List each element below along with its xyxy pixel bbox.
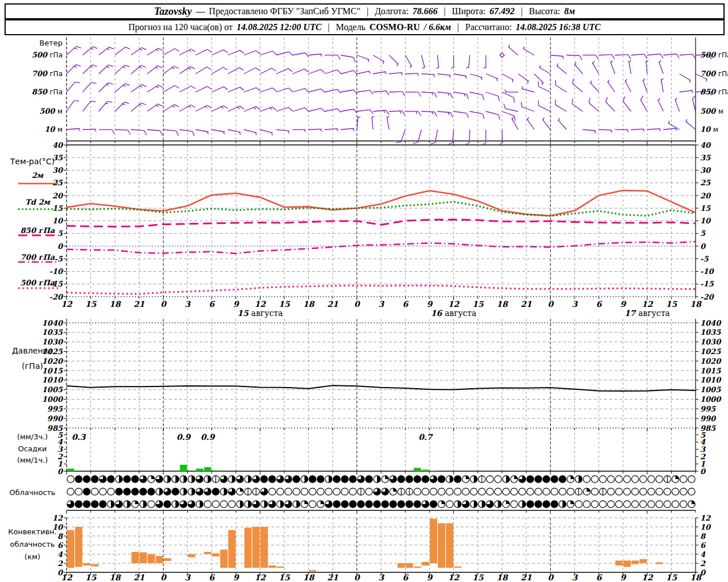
svg-text:15: 15: [666, 300, 678, 309]
svg-text:1035: 1035: [42, 328, 63, 336]
svg-text:0.9: 0.9: [201, 433, 216, 442]
svg-text:18: 18: [497, 300, 508, 309]
svg-text:0: 0: [354, 573, 361, 582]
svg-text:0: 0: [700, 467, 706, 476]
svg-text:10: 10: [52, 217, 64, 225]
precip-3h-label: (мм/3ч.): [3, 433, 61, 441]
svg-text:25: 25: [700, 178, 711, 187]
svg-text:3: 3: [572, 300, 578, 309]
chart-canvas: 40403535303025252020151510105500-5-5-10-…: [0, 0, 728, 582]
svg-text:6: 6: [209, 573, 215, 582]
svg-text:16 августа: 16 августа: [431, 309, 477, 318]
svg-text:700 гПа: 700 гПа: [32, 69, 63, 78]
svg-text:4: 4: [700, 550, 706, 559]
svg-text:0: 0: [160, 573, 167, 582]
svg-text:12: 12: [642, 300, 653, 309]
svg-text:0: 0: [700, 242, 706, 251]
svg-text:995: 995: [47, 405, 63, 413]
svg-text:0: 0: [57, 242, 64, 251]
svg-text:995: 995: [700, 405, 716, 413]
svg-text:6: 6: [403, 573, 409, 582]
svg-text:21: 21: [134, 573, 145, 582]
svg-text:12: 12: [255, 300, 267, 309]
svg-text:30: 30: [700, 166, 712, 174]
svg-text:21: 21: [520, 573, 532, 582]
svg-text:18: 18: [690, 300, 702, 309]
svg-text:12: 12: [448, 573, 460, 582]
temperature-panel-title: Тем-ра(°C): [3, 157, 61, 165]
cloudiness-panel-title: Облачность: [3, 489, 61, 497]
svg-text:0.9: 0.9: [176, 433, 191, 442]
svg-text:18: 18: [109, 573, 121, 582]
svg-text:10: 10: [700, 523, 712, 531]
convective-panel-title-1: Конвективн.: [3, 528, 61, 536]
svg-text:10: 10: [700, 217, 712, 225]
svg-text:10 м: 10 м: [44, 125, 63, 134]
svg-text:-15: -15: [700, 280, 714, 288]
svg-text:6: 6: [596, 573, 602, 582]
legend-label-td2m: Td 2м: [8, 198, 67, 206]
meteogram: Tazovsky — Предоставлено ФГБУ "ЗапСиб УГ…: [0, 0, 728, 582]
svg-text:21: 21: [520, 300, 532, 309]
legend-label-t700: 700 гПа: [8, 253, 67, 261]
svg-text:15: 15: [279, 573, 291, 582]
svg-text:0: 0: [354, 300, 361, 309]
svg-text:9: 9: [233, 300, 239, 309]
svg-text:1010: 1010: [42, 376, 64, 384]
svg-text:500 гПа: 500 гПа: [700, 51, 728, 59]
svg-text:6: 6: [403, 300, 409, 309]
svg-text:18: 18: [303, 573, 315, 582]
svg-text:15: 15: [666, 573, 678, 582]
svg-text:12: 12: [61, 573, 73, 582]
svg-text:500 м: 500 м: [700, 107, 723, 115]
svg-text:9: 9: [233, 573, 239, 582]
svg-text:40: 40: [700, 141, 712, 149]
svg-text:6: 6: [700, 541, 706, 550]
svg-text:850 гПа: 850 гПа: [700, 88, 728, 96]
svg-text:15 августа: 15 августа: [237, 309, 283, 318]
svg-text:15: 15: [472, 300, 484, 309]
svg-text:2: 2: [700, 559, 706, 568]
svg-text:990: 990: [47, 414, 64, 423]
svg-text:-5: -5: [700, 255, 709, 263]
svg-text:1000: 1000: [700, 395, 722, 404]
svg-text:1035: 1035: [700, 328, 721, 336]
svg-text:3: 3: [185, 300, 191, 309]
svg-text:18: 18: [303, 300, 315, 309]
svg-text:8: 8: [700, 532, 706, 541]
svg-text:18: 18: [690, 573, 702, 582]
svg-text:9: 9: [427, 300, 433, 309]
svg-text:9: 9: [621, 300, 627, 309]
svg-text:12: 12: [255, 573, 267, 582]
legend-label-t850: 850 гПа: [8, 226, 67, 235]
svg-text:15: 15: [700, 204, 711, 213]
svg-text:1020: 1020: [700, 357, 722, 365]
svg-text:1015: 1015: [700, 367, 721, 375]
svg-text:21: 21: [327, 573, 338, 582]
svg-text:1030: 1030: [42, 338, 64, 346]
pressure-panel-title: Давление: [3, 347, 61, 355]
legend-label-t500: 500 гПа: [8, 278, 67, 287]
svg-text:12: 12: [448, 300, 460, 309]
svg-text:0.3: 0.3: [72, 433, 86, 442]
svg-text:990: 990: [700, 414, 717, 423]
svg-text:1040: 1040: [700, 319, 722, 327]
svg-text:0.7: 0.7: [419, 433, 434, 442]
svg-text:1005: 1005: [700, 385, 721, 394]
svg-text:12: 12: [52, 514, 63, 522]
convective-panel-title-3: (км): [3, 553, 61, 561]
svg-text:15: 15: [85, 300, 97, 309]
svg-text:6: 6: [596, 300, 602, 309]
svg-text:12: 12: [700, 514, 711, 522]
svg-text:500 м: 500 м: [39, 107, 63, 115]
svg-text:10 м: 10 м: [700, 125, 718, 134]
svg-text:0: 0: [160, 300, 167, 309]
precip-panel-title: Осадки: [3, 445, 61, 453]
svg-text:-20: -20: [700, 293, 714, 301]
svg-text:9: 9: [621, 573, 627, 582]
svg-text:21: 21: [327, 300, 338, 309]
svg-text:5: 5: [700, 229, 706, 238]
pressure-panel-unit: (гПа): [3, 362, 61, 370]
svg-text:12: 12: [642, 573, 653, 582]
svg-text:850 гПа: 850 гПа: [32, 88, 63, 96]
